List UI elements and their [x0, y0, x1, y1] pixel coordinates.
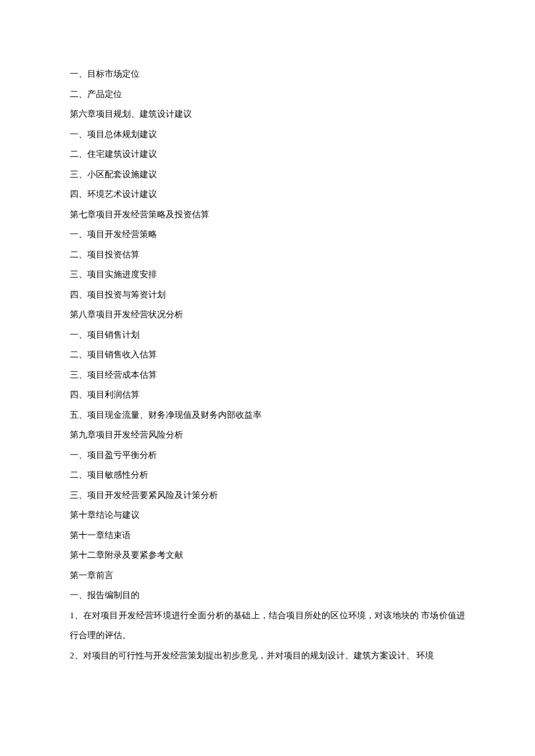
toc-line: 第七章项目开发经营策略及投资估算	[70, 205, 465, 225]
toc-line: 一、项目销售计划	[70, 325, 465, 345]
toc-line: 一、目标市场定位	[70, 64, 465, 84]
toc-line: 第十章结论与建议	[70, 505, 465, 525]
toc-line: 一、项目盈亏平衡分析	[70, 445, 465, 465]
toc-line: 二、项目敏感性分析	[70, 465, 465, 485]
document-page: 一、目标市场定位 二、产品定位 第六章项目规划、建筑设计建议 一、项目总体规划建…	[0, 0, 535, 700]
toc-line: 一、项目总体规划建议	[70, 124, 465, 145]
toc-line: 五、项目现金流量、财务净现值及财务内部收益率	[70, 405, 465, 425]
toc-line: 三、小区配套设施建议	[70, 164, 465, 185]
toc-line: 第六章项目规划、建筑设计建议	[70, 104, 465, 124]
body-paragraph: 1、在对项目开发经营环境进行全面分析的基础上，结合项目所处的区位环境，对该地块的…	[70, 605, 465, 646]
toc-line: 三、项目开发经营要紧风险及计策分析	[70, 485, 465, 506]
toc-line: 第十二章附录及要紧参考文献	[70, 545, 465, 565]
toc-line: 二、住宅建筑设计建议	[70, 144, 465, 164]
section-heading: 一、报告编制目的	[70, 585, 465, 605]
toc-line: 二、项目投资估算	[70, 245, 465, 265]
toc-line: 四、项目利润估算	[70, 385, 465, 405]
toc-line: 第九章项目开发经营风险分析	[70, 425, 465, 445]
toc-line: 一、项目开发经营策略	[70, 224, 465, 245]
toc-line: 三、项目实施进度安排	[70, 264, 465, 285]
toc-line: 三、项目经营成本估算	[70, 365, 465, 385]
toc-line: 第八章项目开发经营状况分析	[70, 304, 465, 325]
toc-line: 二、项目销售收入估算	[70, 345, 465, 365]
chapter-heading: 第一章前言	[70, 565, 465, 586]
toc-line: 第十一章结束语	[70, 525, 465, 546]
toc-line: 四、环境艺术设计建议	[70, 184, 465, 205]
body-paragraph: 2、对项目的可行性与开发经营策划提出初步意见，并对项目的规划设计、建筑方案设计、…	[70, 646, 465, 666]
toc-line: 四、项目投资与筹资计划	[70, 285, 465, 305]
toc-line: 二、产品定位	[70, 84, 465, 105]
